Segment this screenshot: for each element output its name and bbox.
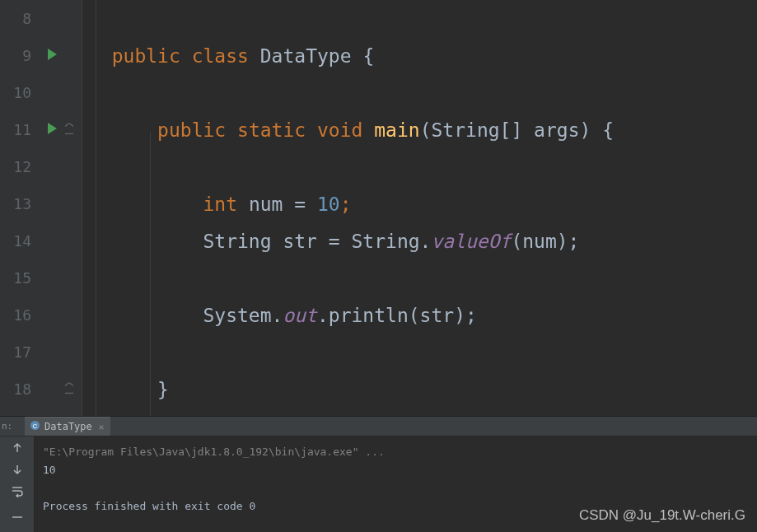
code-line <box>82 334 757 371</box>
code-editor[interactable]: 8 9 10 11 12 13 14 15 16 17 18 public cl… <box>0 0 757 416</box>
line-number: 16 <box>7 306 31 324</box>
fold-marker-icon[interactable] <box>64 381 74 397</box>
svg-text:C: C <box>33 422 38 430</box>
code-line: public static void main(String[] args) { <box>82 111 757 148</box>
java-class-icon: C <box>30 420 40 433</box>
code-line <box>82 0 757 37</box>
line-number: 11 <box>7 121 31 138</box>
panel-toolbar <box>0 436 35 532</box>
run-icon[interactable] <box>46 47 58 64</box>
code-line: int num = 10; <box>82 185 757 222</box>
run-tab[interactable]: C DataType ✕ <box>25 417 110 436</box>
line-number: 15 <box>7 269 31 287</box>
indent-guide <box>150 132 151 416</box>
line-number: 12 <box>7 158 31 175</box>
code-area[interactable]: public class DataType { public static vo… <box>82 0 757 416</box>
code-line <box>82 259 757 296</box>
line-number: 17 <box>7 343 31 361</box>
run-tab-label: DataType <box>44 421 92 432</box>
line-number: 13 <box>7 195 31 212</box>
code-line: String str = String.valueOf(num); <box>82 222 757 259</box>
code-line: } <box>82 371 757 408</box>
line-number: 10 <box>7 84 31 101</box>
fold-marker-icon[interactable] <box>64 122 74 138</box>
panel-label: n: <box>2 421 12 432</box>
console-stdout: 10 <box>43 461 749 479</box>
line-number: 14 <box>7 232 31 250</box>
panel-tab-bar: n: C DataType ✕ <box>0 417 757 436</box>
code-line: public class DataType { <box>82 37 757 74</box>
code-line <box>82 148 757 185</box>
line-number: 9 <box>7 47 31 64</box>
indent-guide <box>96 0 96 416</box>
scroll-to-end-icon[interactable] <box>9 506 26 519</box>
line-number: 8 <box>7 10 31 27</box>
gutter: 8 9 10 11 12 13 14 15 16 17 18 <box>0 0 82 416</box>
line-number: 18 <box>7 380 31 398</box>
code-line <box>82 74 757 111</box>
watermark: CSDN @Ju_19t.W-cheri.G <box>579 507 745 524</box>
scroll-up-icon[interactable] <box>9 441 26 455</box>
code-line: System.out.println(str); <box>82 296 757 334</box>
soft-wrap-icon[interactable] <box>9 484 26 497</box>
run-icon[interactable] <box>46 121 58 138</box>
close-icon[interactable]: ✕ <box>99 422 105 432</box>
console-command: "E:\Program Files\Java\jdk1.8.0_192\bin\… <box>43 443 749 461</box>
scroll-down-icon[interactable] <box>9 463 26 476</box>
